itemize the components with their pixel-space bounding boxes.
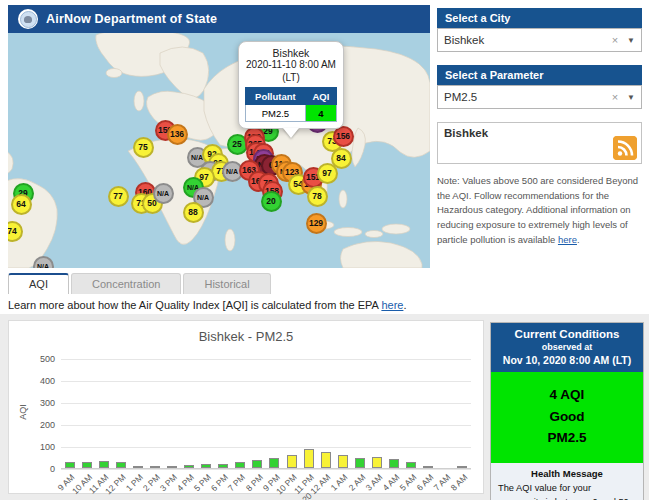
chevron-down-icon[interactable]: ▼: [627, 36, 635, 45]
chart-bar-slot: 3 AM: [368, 358, 385, 468]
chart-bar-slot: 1 PM: [129, 358, 146, 468]
world-map[interactable]: 296474N/A75150136771607150N/AN/A9299N/A7…: [8, 33, 430, 268]
chart-bar-slot: 9 AM: [61, 358, 78, 468]
app-title: AirNow Department of State: [46, 12, 217, 26]
tab-aqi[interactable]: AQI: [8, 273, 69, 294]
observed-at-label: observed at: [493, 342, 641, 352]
chart-bar: [167, 466, 177, 468]
chevron-down-icon[interactable]: ▼: [627, 93, 635, 102]
note-here-link[interactable]: here: [558, 234, 577, 245]
chart-bar: [304, 449, 314, 468]
chart-bar-slot: 11 PM: [300, 358, 317, 468]
observed-datetime: Nov 10, 2020 8:00 AM (LT): [493, 354, 641, 366]
chart-bar-slot: 2020 12 AM: [317, 358, 334, 468]
chart-y-tick: 300: [25, 398, 55, 408]
current-aqi-category: Good: [491, 406, 643, 428]
popup-col-pollutant: Pollutant: [246, 88, 306, 105]
chart-y-tick: 0: [25, 464, 55, 474]
chart-x-tick: 5 AM: [397, 472, 418, 493]
chart-x-tick: 1 PM: [124, 472, 145, 493]
select-parameter-header: Select a Parameter: [437, 65, 642, 85]
chart-bar-slot: 10 AM: [78, 358, 95, 468]
chart-bar-slot: 2 PM: [146, 358, 163, 468]
popup-table: Pollutant AQI PM2.5 4: [245, 87, 337, 122]
map-marker[interactable]: 20: [261, 191, 282, 212]
chart-bar-slot: 4 PM: [181, 358, 198, 468]
chart-bar-slot: 2 AM: [351, 358, 368, 468]
tab-historical[interactable]: Historical: [183, 273, 270, 294]
chart-bar: [116, 462, 126, 468]
chart-x-tick: 7 AM: [432, 472, 453, 493]
chart-bar: [389, 459, 399, 468]
popup-aqi-value: 4: [305, 105, 336, 122]
rss-feed-box: Bishkek: [437, 122, 642, 164]
popup-col-aqi: AQI: [305, 88, 336, 105]
map-marker[interactable]: 74: [8, 221, 23, 242]
rss-icon[interactable]: [613, 136, 637, 160]
parameter-select[interactable]: PM2.5 × ▼: [437, 85, 642, 109]
chart-bars: 9 AM10 AM11 AM12 PM1 PM2 PM3 PM4 PM5 PM6…: [61, 358, 471, 469]
popup-timezone: (LT): [245, 72, 337, 85]
map-marker[interactable]: 77: [108, 186, 129, 207]
chart-bar-slot: 11 AM: [95, 358, 112, 468]
map-marker[interactable]: 78: [307, 186, 328, 207]
city-select-value: Bishkek: [444, 34, 612, 46]
current-pollutant: PM2.5: [491, 427, 643, 449]
chart-bar: [269, 458, 279, 468]
chart-bar: [338, 455, 348, 468]
clear-city-icon[interactable]: ×: [612, 34, 618, 46]
current-conditions-header: Current Conditions observed at Nov 10, 2…: [491, 323, 643, 372]
chart-bar-slot: 5 AM: [403, 358, 420, 468]
chart-x-tick: 4 PM: [175, 472, 196, 493]
chart-x-tick: 8 AM: [449, 472, 470, 493]
chart-x-tick: 1 AM: [329, 472, 350, 493]
health-message-title: Health Message: [498, 468, 636, 479]
chart-bar: [184, 465, 194, 468]
chart-bar: [235, 462, 245, 468]
chart-x-tick: 5 PM: [192, 472, 213, 493]
chart-bar-slot: 6 AM: [420, 358, 437, 468]
app-header: AirNow Department of State: [8, 5, 430, 33]
chart-bar: [287, 455, 297, 468]
chart-title: Bishkek - PM2.5: [9, 329, 483, 344]
chart-x-tick: 3 PM: [158, 472, 179, 493]
chart-bar-slot: 8 AM: [454, 358, 471, 468]
chart-bar: [65, 462, 75, 468]
chart-bar: [133, 466, 143, 468]
chart-gridline: 0: [61, 469, 471, 470]
chart-y-tick: 200: [25, 420, 55, 430]
chart-bar-slot: 1 AM: [334, 358, 351, 468]
map-popup: Bishkek 2020-11-10 8:00 AM (LT) Pollutan…: [238, 41, 344, 129]
chart-bar: [150, 466, 160, 468]
current-conditions-title: Current Conditions: [493, 328, 641, 340]
map-marker[interactable]: 88: [183, 202, 204, 223]
learn-more-here-link[interactable]: here: [381, 299, 403, 311]
map-marker[interactable]: 136: [167, 124, 188, 145]
map-marker[interactable]: 129: [306, 213, 327, 234]
chart-bar: [252, 460, 262, 468]
current-conditions-panel: Current Conditions observed at Nov 10, 2…: [490, 322, 644, 500]
chart-bar: [355, 458, 365, 468]
parameter-select-value: PM2.5: [444, 91, 612, 103]
chart-plot-area: 0100200300400500 9 AM10 AM11 AM12 PM1 PM…: [61, 359, 471, 469]
city-select[interactable]: Bishkek × ▼: [437, 28, 642, 52]
map-marker[interactable]: N/A: [153, 183, 174, 204]
chart-x-tick: 2 AM: [346, 472, 367, 493]
chart-bar-slot: 12 PM: [112, 358, 129, 468]
map-marker[interactable]: 75: [133, 137, 154, 158]
chart-y-tick: 400: [25, 376, 55, 386]
tab-bar: AQI Concentration Historical: [8, 273, 271, 294]
chart-bar-slot: 4 AM: [385, 358, 402, 468]
clear-parameter-icon[interactable]: ×: [612, 91, 618, 103]
chart-x-tick: 7 PM: [226, 472, 247, 493]
map-marker[interactable]: 64: [11, 194, 32, 215]
airnow-dos-page: AirNow Department of State: [0, 0, 649, 500]
chart-bar-slot: 7 PM: [232, 358, 249, 468]
rss-city-label: Bishkek: [444, 127, 635, 139]
chart-x-tick: 4 AM: [380, 472, 401, 493]
current-aqi-block: 4 AQI Good PM2.5: [491, 372, 643, 463]
chart-bar-slot: 6 PM: [215, 358, 232, 468]
popup-pollutant-value: PM2.5: [246, 105, 306, 122]
popup-tail: [283, 128, 299, 138]
tab-concentration[interactable]: Concentration: [71, 273, 182, 294]
